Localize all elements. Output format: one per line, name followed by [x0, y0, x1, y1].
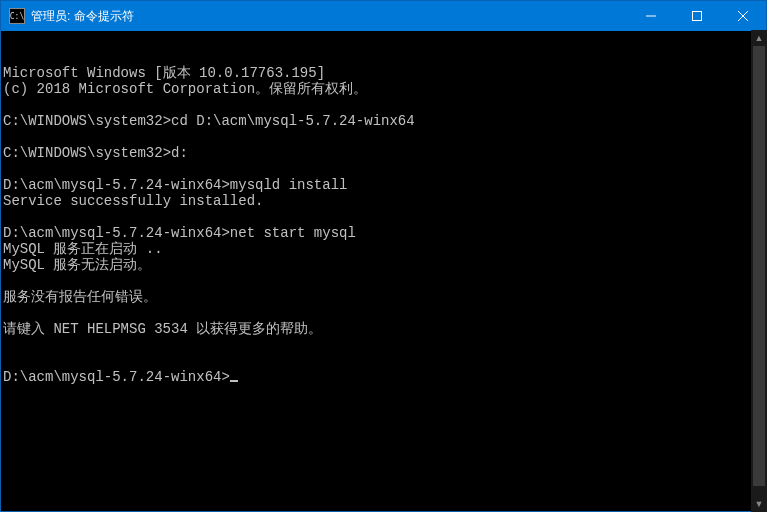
- minimize-button[interactable]: [628, 1, 674, 31]
- close-button[interactable]: [720, 1, 766, 31]
- cmd-icon: C:\: [9, 8, 25, 24]
- terminal-output: Microsoft Windows [版本 10.0.17763.195] (c…: [3, 65, 764, 385]
- cursor: [230, 380, 238, 382]
- close-icon: [738, 11, 748, 21]
- vertical-scrollbar[interactable]: ▲ ▼: [751, 30, 767, 512]
- minimize-icon: [646, 11, 656, 21]
- scroll-down-arrow[interactable]: ▼: [751, 496, 767, 512]
- svg-rect-1: [693, 12, 702, 21]
- command-prompt-window: C:\ 管理员: 命令提示符 Microsoft Windows [版本 10.…: [0, 0, 767, 512]
- scroll-up-arrow[interactable]: ▲: [751, 30, 767, 46]
- scrollbar-thumb[interactable]: [753, 46, 765, 486]
- titlebar[interactable]: C:\ 管理员: 命令提示符: [1, 1, 766, 31]
- maximize-button[interactable]: [674, 1, 720, 31]
- window-title: 管理员: 命令提示符: [31, 8, 134, 25]
- terminal-area[interactable]: Microsoft Windows [版本 10.0.17763.195] (c…: [1, 31, 766, 511]
- maximize-icon: [692, 11, 702, 21]
